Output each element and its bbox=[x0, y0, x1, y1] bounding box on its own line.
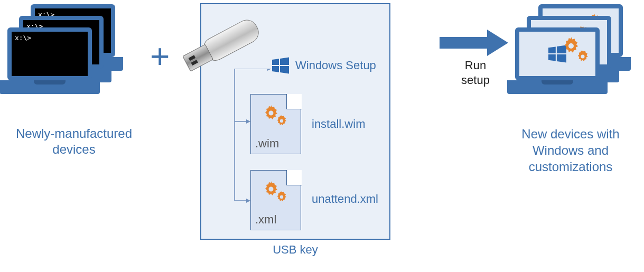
file-xml-icon: .xml bbox=[250, 170, 301, 230]
arrow-right-icon bbox=[440, 30, 508, 56]
svg-marker-4 bbox=[267, 69, 272, 71]
windows-setup-label: Windows Setup bbox=[295, 59, 376, 72]
usb-drive-icon bbox=[177, 18, 264, 74]
svg-marker-5 bbox=[246, 119, 250, 124]
file-ext: .xml bbox=[255, 213, 276, 227]
laptop bbox=[515, 27, 605, 94]
plus-icon: + bbox=[150, 37, 170, 76]
file-ext: .wim bbox=[255, 137, 279, 151]
diagram-stage: { "source": { "prompt": "x:\\>", "label"… bbox=[0, 0, 644, 272]
svg-point-9 bbox=[269, 187, 274, 192]
laptop-base bbox=[507, 80, 608, 94]
windows-setup-item: Windows Setup bbox=[272, 57, 376, 74]
windows-screen bbox=[515, 27, 600, 80]
svg-point-8 bbox=[280, 119, 283, 123]
svg-point-10 bbox=[280, 195, 283, 199]
source-label: Newly-manufactured devices bbox=[0, 126, 148, 157]
svg-point-16 bbox=[581, 55, 585, 59]
install-wim-label: install.wim bbox=[312, 117, 365, 131]
source-laptop-stack: x:\> x:\> x:\> bbox=[7, 4, 134, 118]
windows-logo-icon bbox=[272, 57, 289, 74]
gears-icon bbox=[562, 37, 591, 67]
svg-point-15 bbox=[568, 43, 574, 49]
prompt-text: x:\> bbox=[15, 34, 31, 42]
laptop-base bbox=[0, 80, 100, 94]
gears-icon bbox=[263, 181, 289, 205]
terminal-screen: x:\> bbox=[7, 27, 92, 80]
target-laptop-stack bbox=[515, 4, 642, 118]
unattend-xml-label: unattend.xml bbox=[312, 192, 378, 206]
run-setup-label: Run setup bbox=[449, 58, 502, 87]
file-wim-icon: .wim bbox=[250, 94, 301, 154]
target-label: New devices with Windows and customizati… bbox=[502, 126, 639, 175]
laptop: x:\> bbox=[7, 27, 97, 94]
svg-point-7 bbox=[269, 111, 274, 116]
gears-icon bbox=[263, 105, 289, 129]
svg-marker-6 bbox=[246, 199, 250, 203]
usb-panel-label: USB key bbox=[200, 243, 390, 257]
